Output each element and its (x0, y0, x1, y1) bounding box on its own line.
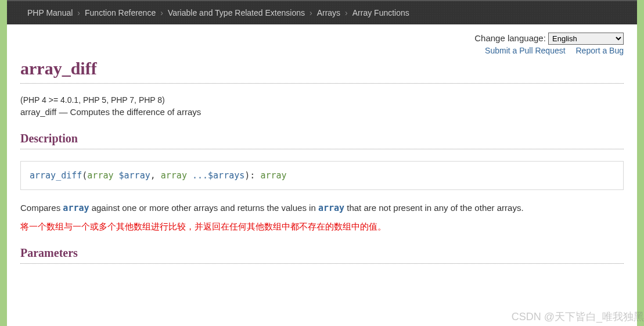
signature-punct: ( (82, 170, 87, 181)
breadcrumb-item[interactable]: Arrays (317, 8, 340, 17)
language-row: Change language: English (20, 33, 624, 45)
section-parameters-heading: Parameters (20, 246, 624, 264)
php-version-info: (PHP 4 >= 4.0.1, PHP 5, PHP 7, PHP 8) (20, 95, 624, 105)
chevron-right-icon: › (77, 8, 80, 17)
signature-return-type: array (260, 170, 286, 181)
signature-function-name: array_diff (30, 170, 82, 181)
text: against one or more other arrays and ret… (89, 203, 318, 213)
translated-annotation: 将一个数组与一个或多个其他数组进行比较，并返回在任何其他数组中都不存在的数组中的… (20, 221, 624, 232)
language-select[interactable]: English (548, 33, 624, 45)
code-literal: array (318, 203, 344, 213)
code-literal: array (63, 203, 89, 213)
signature-variable: $array (114, 170, 150, 181)
breadcrumb: PHP Manual › Function Reference › Variab… (7, 0, 637, 24)
submit-pull-request-link[interactable]: Submit a Pull Request (485, 46, 566, 55)
function-signature: array_diff(array $array, array ...$array… (20, 161, 624, 190)
report-bug-link[interactable]: Report a Bug (576, 46, 624, 55)
page-content: Change language: English Submit a Pull R… (7, 24, 637, 326)
signature-type: array (87, 170, 113, 181)
section-description-heading: Description (20, 132, 624, 149)
breadcrumb-item[interactable]: Function Reference (85, 8, 156, 17)
signature-type: array (161, 170, 187, 181)
chevron-right-icon: › (345, 8, 348, 17)
breadcrumb-item[interactable]: Variable and Type Related Extensions (168, 8, 305, 17)
contribution-links: Submit a Pull Request Report a Bug (20, 46, 624, 55)
signature-punct: ): (244, 170, 260, 181)
signature-punct: , (150, 170, 161, 181)
chevron-right-icon: › (160, 8, 163, 17)
breadcrumb-item[interactable]: PHP Manual (27, 8, 73, 17)
page-title: array_diff (20, 59, 624, 84)
text: Compares (20, 203, 63, 213)
function-summary: array_diff — Computes the difference of … (20, 107, 624, 117)
chevron-right-icon: › (310, 8, 312, 17)
description-text: Compares array against one or more other… (20, 203, 624, 213)
breadcrumb-item[interactable]: Array Functions (352, 8, 409, 17)
language-label: Change language: (474, 33, 546, 43)
text: that are not present in any of the other… (344, 203, 524, 213)
signature-variable: ...$arrays (187, 170, 244, 181)
